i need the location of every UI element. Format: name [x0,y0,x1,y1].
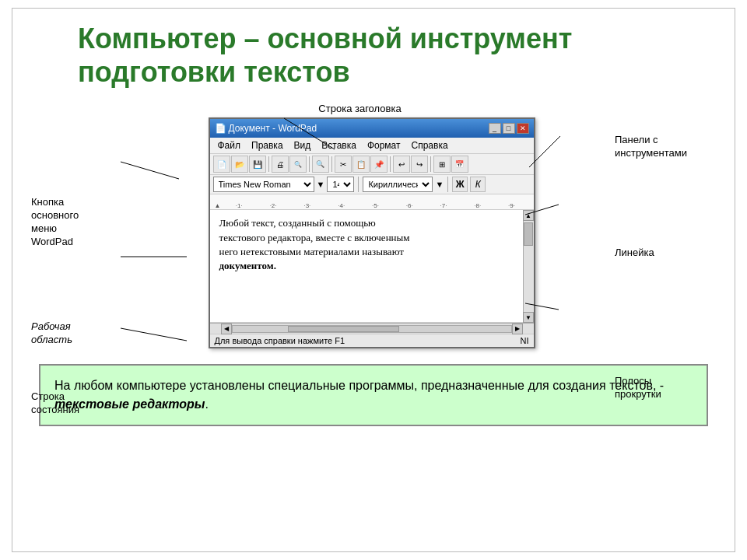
info-text-plain: На любом компьютере установлены специаль… [54,379,664,392]
window-title: Документ - WordPad [229,123,317,134]
ruler: ▲ ·1· ·2· ·3· ·4· ·5· ·6· ·7· ·8· ·9· [210,194,534,210]
menu-format[interactable]: Формат [363,139,405,152]
charset-select[interactable]: Кириллический [363,177,433,192]
size-select[interactable]: 14 [327,177,354,192]
status-bar: Для вывода справки нажмите F1 NI [210,334,534,347]
title-bar-left: 📄 Документ - WordPad [215,123,317,134]
bold-button[interactable]: Ж [452,177,468,192]
find-button[interactable]: 🔍 [312,156,329,173]
label-scrollbars: Полосы прокрутки [615,375,716,401]
status-text: Для вывода справки нажмите F1 [215,336,345,345]
right-labels: Панели с инструментами Линейка Полосы пр… [591,103,716,348]
open-button[interactable]: 📂 [231,156,248,173]
hscroll-thumb[interactable] [288,326,399,332]
minimize-button[interactable]: _ [489,123,501,134]
label-status-bar: Строка состояния [31,390,124,417]
insert-object-button[interactable]: ⊞ [433,156,451,173]
charset-dropdown-arrow: ▼ [435,180,444,189]
menu-file[interactable]: Файл [213,139,246,152]
redo-button[interactable]: ↪ [411,156,428,173]
insert-date-button[interactable]: 📅 [451,156,468,173]
wordpad-window: 📄 Документ - WordPad _ □ ✕ Файл Правка В… [209,117,535,348]
page-title: Компьютер – основной инструмент подготов… [78,16,716,89]
scroll-right-arrow[interactable]: ▶ [512,324,523,334]
sep-format [358,177,359,192]
doc-area[interactable]: Любой текст, созданный с помощью текстов… [210,210,523,323]
info-box: На любом компьютере установлены специаль… [39,364,708,426]
sep1 [268,156,269,172]
sep2 [309,156,310,172]
wordpad-area: Строка заголовка 📄 Документ - WordPad _ … [152,103,591,348]
italic-button[interactable]: К [470,177,486,192]
sep4 [390,156,391,172]
maximize-button[interactable]: □ [503,123,515,134]
sep3 [331,156,332,172]
doc-text: Любой текст, созданный с помощью текстов… [219,216,514,273]
save-button[interactable]: 💾 [249,156,266,173]
close-button[interactable]: ✕ [517,123,529,134]
page-container: Компьютер – основной инструмент подготов… [0,0,747,560]
diagram-area: Кнопка основного меню WordPad Рабочая об… [31,103,716,348]
menu-edit[interactable]: Правка [247,139,288,152]
preview-button[interactable]: 🔍 [289,156,307,173]
menu-view[interactable]: Вид [289,139,316,152]
doc-with-scroll: Любой текст, созданный с помощью текстов… [210,210,534,323]
vertical-scrollbar[interactable]: ▲ ▼ [523,210,534,323]
info-text-end: . [205,397,208,411]
scroll-left-arrow[interactable]: ◀ [221,324,232,334]
sep-format2 [447,177,448,192]
title-bar-buttons[interactable]: _ □ ✕ [489,123,529,134]
cut-button[interactable]: ✂ [335,156,352,173]
menu-help[interactable]: Справка [407,139,453,152]
toolbar: 📄 📂 💾 🖨 🔍 🔍 ✂ 📋 📌 ↩ ↪ ⊞ [210,154,534,175]
label-work-area: Рабочая область [31,320,124,347]
wordpad-icon: 📄 [215,123,226,134]
menu-insert[interactable]: Вставка [317,139,361,152]
left-labels: Кнопка основного меню WordPad Рабочая об… [31,103,152,348]
hscroll-track [232,325,512,333]
undo-button[interactable]: ↩ [393,156,410,173]
sep5 [430,156,431,172]
format-bar: Times New Roman ▼ 14 Кириллический ▼ Ж К [210,175,534,194]
status-right: NI [521,336,529,345]
menu-bar: Файл Правка Вид Вставка Формат Справка [210,138,534,154]
label-main-menu: Кнопка основного меню WordPad [31,196,124,249]
font-select[interactable]: Times New Roman [213,177,314,192]
label-toolbar: Панели с инструментами [615,134,716,160]
copy-button[interactable]: 📋 [352,156,370,173]
label-ruler: Линейка [615,247,716,260]
scroll-down-arrow[interactable]: ▼ [523,312,534,323]
paste-button[interactable]: 📌 [370,156,388,173]
label-title-bar: Строка заголовка [128,103,591,114]
title-bar: 📄 Документ - WordPad _ □ ✕ [210,119,534,138]
print-button[interactable]: 🖨 [272,156,289,173]
doc-text-bold: документом. [219,260,276,271]
font-dropdown-arrow: ▼ [317,180,325,189]
scroll-thumb-v[interactable] [524,222,533,246]
horizontal-scrollbar[interactable]: ◀ ▶ [210,323,534,334]
scroll-up-arrow[interactable]: ▲ [523,210,534,221]
new-button[interactable]: 📄 [213,156,230,173]
